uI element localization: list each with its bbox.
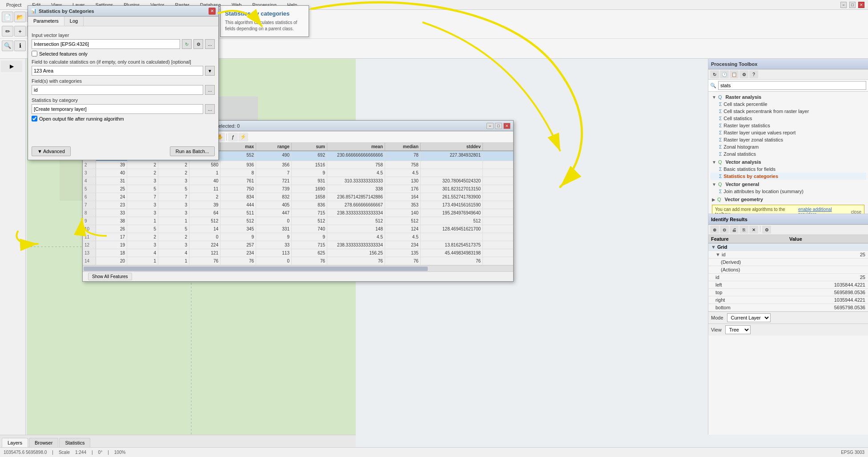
pt-item-cell-stack-pct[interactable]: Σ Cell stack percentile xyxy=(710,101,866,108)
th-range[interactable]: range xyxy=(256,143,292,150)
table-action-btn[interactable]: ⚡ xyxy=(238,133,248,142)
field-dropdown-btn[interactable]: ▼ xyxy=(205,66,215,76)
bot-tab-browser[interactable]: Browser xyxy=(29,438,58,447)
ip-derived-label: (Derived) xyxy=(708,259,787,266)
table-cell: 20 xyxy=(96,257,127,265)
stats-output-edit-btn[interactable]: … xyxy=(205,104,215,114)
th-mean[interactable]: mean xyxy=(327,143,385,150)
table-row[interactable]: 938115125120512512512512 xyxy=(83,217,513,225)
pt-item-basic-stats[interactable]: Σ Basic statistics for fields xyxy=(710,166,866,173)
pt-cat-raster-header[interactable]: ▼ Q Raster analysis xyxy=(710,93,866,101)
tb2-add-btn[interactable]: + xyxy=(14,26,26,36)
pt-toolbar: ↻ 🕐 📋 ⚙ ? xyxy=(708,69,868,80)
pt-item-zonal-histogram[interactable]: Σ Zonal histogram xyxy=(710,143,866,150)
table-row[interactable]: 10265514345331740148124128.469451621700 xyxy=(83,225,513,233)
app-minimize-btn[interactable]: − xyxy=(840,2,847,8)
table-cell: 4 xyxy=(158,249,189,257)
table-close-btn[interactable]: ✕ xyxy=(503,123,510,129)
stats-tab-log[interactable]: Log xyxy=(64,16,84,26)
bot-tab-layers[interactable]: Layers xyxy=(2,438,28,447)
selected-only-checkbox[interactable] xyxy=(32,51,37,57)
pt-results-btn[interactable]: 📋 xyxy=(730,70,739,78)
table-hscroll-thumb[interactable] xyxy=(84,267,428,271)
advanced-btn[interactable]: ▼Advanced xyxy=(32,146,71,156)
pt-cat-vectorgeneral-header[interactable]: ▼ Q Vector general xyxy=(710,181,866,188)
tb2-edit-btn[interactable]: ✏ xyxy=(2,26,13,36)
tb-open-btn[interactable]: 📂 xyxy=(14,12,26,22)
table-row[interactable]: 3402218794.54.5 xyxy=(83,169,513,177)
ip-collapse-btn[interactable]: ⊖ xyxy=(720,226,729,234)
menu-project[interactable]: Project xyxy=(4,1,24,8)
table-new-expr-btn[interactable]: ƒ xyxy=(228,133,238,142)
pt-item-cell-stack-pct-rank[interactable]: Σ Cell stack percentrank from raster lay… xyxy=(710,108,866,115)
table-minimize-btn[interactable]: − xyxy=(486,123,494,129)
tb3-identify-btn[interactable]: 🔍 xyxy=(2,40,13,51)
ip-print-btn[interactable]: 🖨 xyxy=(730,226,739,234)
open-output-checkbox[interactable] xyxy=(32,116,37,121)
table-row[interactable]: 8333364511447715238.33333333333333414019… xyxy=(83,209,513,217)
pt-item-raster-layer-stats[interactable]: Σ Raster layer statistics xyxy=(710,122,866,129)
table-cell: 176 xyxy=(385,185,421,193)
table-row[interactable]: 52555117507391690338176301.823127013150 xyxy=(83,185,513,193)
show-all-features-btn[interactable]: Show All Features xyxy=(88,273,132,280)
mode-select[interactable]: Current Layer Top Down All Layers xyxy=(727,313,771,322)
ip-settings-btn[interactable]: ⚙ xyxy=(762,226,771,234)
pt-item-zonal-stats[interactable]: Σ Zonal statistics xyxy=(710,150,866,158)
pt-item-raster-unique[interactable]: Σ Raster layer unique values report xyxy=(710,129,866,136)
table-row[interactable]: 6247728348321658236.85714285714288616426… xyxy=(83,193,513,201)
th-sum[interactable]: sum xyxy=(292,143,327,150)
table-row[interactable]: 1420117676076767676 xyxy=(83,257,513,265)
table-cell: 4 xyxy=(83,177,96,185)
pt-item-join-by-location[interactable]: Σ Join attributes by location (summary) xyxy=(710,188,866,195)
tb3-info-btn[interactable]: ℹ xyxy=(14,40,26,51)
ip-copy-btn[interactable]: ⎘ xyxy=(739,226,748,234)
tb-new-btn[interactable]: 📄 xyxy=(2,12,13,22)
input-layer-select[interactable]: Intersection [EPSG:4326] xyxy=(32,39,180,49)
input-layer-dots-btn[interactable]: … xyxy=(205,39,215,49)
ip-grid-expand[interactable]: ▼ xyxy=(711,244,716,250)
table-maximize-btn[interactable]: □ xyxy=(495,123,502,129)
run-as-batch-btn[interactable]: Run as Batch... xyxy=(170,146,215,156)
field-select[interactable]: 123 Area xyxy=(32,66,203,76)
status-magnifier: 100% xyxy=(114,450,126,455)
view-select[interactable]: Tree Table xyxy=(725,325,751,334)
th-stddev[interactable]: stddev xyxy=(421,143,483,150)
ip-id-expand[interactable]: ▼ xyxy=(715,252,720,257)
pt-item-raster-zonal[interactable]: Σ Raster layer zonal statistics xyxy=(710,136,866,143)
stats-dialog-titlebar: 📊 Statistics by Categories ✕ xyxy=(28,6,218,16)
th-max[interactable]: max xyxy=(221,143,256,150)
app-close-btn[interactable]: ✕ xyxy=(858,2,864,8)
th-median[interactable]: median xyxy=(385,143,421,150)
pt-cat-vgeom-header[interactable]: ▶ Q Vector geometry xyxy=(710,196,866,203)
bot-tab-statistics[interactable]: Statistics xyxy=(59,438,90,447)
stats-dialog-close-btn[interactable]: ✕ xyxy=(209,8,216,15)
stats-output-input[interactable] xyxy=(32,104,203,114)
table-cell: 156.25 xyxy=(327,249,385,257)
pt-search-input[interactable] xyxy=(718,81,866,90)
app-maximize-btn[interactable]: □ xyxy=(849,2,856,8)
table-cell: 758 xyxy=(385,161,421,169)
table-row[interactable]: 4313340761721931310.333333333333130320.7… xyxy=(83,177,513,185)
stats-tab-parameters[interactable]: Parameters xyxy=(28,16,64,26)
pt-help-btn[interactable]: ? xyxy=(749,70,758,78)
input-layer-refresh-btn[interactable]: ↻ xyxy=(182,39,192,49)
input-layer-settings-btn[interactable]: ⚙ xyxy=(193,39,203,49)
pt-cat-vector-header[interactable]: ▼ Q Vector analysis xyxy=(710,158,866,166)
table-hscroll[interactable] xyxy=(83,265,513,271)
pt-item-stats-by-cat[interactable]: Σ Statistics by categories xyxy=(710,173,866,180)
pt-reload-btn[interactable]: ↻ xyxy=(710,70,719,78)
table-row[interactable]: 131844121234113625156.2513545.4498349831… xyxy=(83,249,513,257)
ip-expand-btn[interactable]: ⊕ xyxy=(710,226,719,234)
categories-input[interactable] xyxy=(32,85,203,95)
pt-history-btn[interactable]: 🕐 xyxy=(720,70,729,78)
pt-settings-btn[interactable]: ⚙ xyxy=(739,70,748,78)
ip-clear-btn[interactable]: ✕ xyxy=(749,226,758,234)
table-cell: 552 xyxy=(221,151,256,161)
table-row[interactable]: 12193322425733715238.3333333333333342341… xyxy=(83,241,513,249)
table-row[interactable]: 11172209994.54.5 xyxy=(83,233,513,241)
table-row[interactable]: 239225809363561516758758 xyxy=(83,161,513,169)
table-row[interactable]: 7233339444405836278.666666666667353173.4… xyxy=(83,201,513,209)
categories-edit-btn[interactable]: … xyxy=(205,85,215,95)
side-expand-btn[interactable]: ▶ xyxy=(1,61,22,72)
pt-item-cell-stats[interactable]: Σ Cell statistics xyxy=(710,115,866,122)
